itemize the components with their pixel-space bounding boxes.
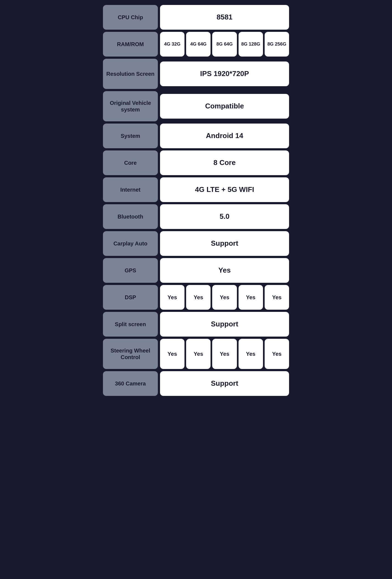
value-cell-resolution-0: IPS 1920*720P bbox=[160, 61, 289, 86]
value-cell-dsp-2: Yes bbox=[212, 285, 237, 310]
value-area-carplay: Support bbox=[160, 231, 289, 256]
label-text-camera360: 360 Camera bbox=[115, 380, 146, 387]
label-text-gps: GPS bbox=[125, 267, 136, 274]
value-area-split-screen: Support bbox=[160, 312, 289, 337]
value-text-ram-rom-2: 8G 64G bbox=[216, 41, 233, 47]
value-cell-dsp-3: Yes bbox=[239, 285, 263, 310]
value-area-resolution: IPS 1920*720P bbox=[160, 59, 289, 89]
label-cell-system: System bbox=[103, 124, 158, 148]
value-text-carplay-0: Support bbox=[211, 239, 238, 248]
value-text-resolution-0: IPS 1920*720P bbox=[200, 69, 249, 78]
value-cell-ram-rom-2: 8G 64G bbox=[212, 32, 237, 57]
table-row-split-screen: Split screenSupport bbox=[103, 312, 289, 337]
value-cell-steering-4: Yes bbox=[265, 339, 289, 369]
table-row-gps: GPSYes bbox=[103, 258, 289, 283]
label-cell-core: Core bbox=[103, 150, 158, 175]
table-row-cpu-chip: CPU Chip8581 bbox=[103, 5, 289, 30]
value-area-gps: Yes bbox=[160, 258, 289, 283]
value-text-dsp-3: Yes bbox=[246, 294, 255, 301]
value-area-cpu-chip: 8581 bbox=[160, 5, 289, 30]
value-text-dsp-1: Yes bbox=[194, 294, 203, 301]
label-cell-carplay: Carplay Auto bbox=[103, 231, 158, 256]
value-text-dsp-0: Yes bbox=[167, 294, 177, 301]
label-cell-gps: GPS bbox=[103, 258, 158, 283]
value-area-steering: YesYesYesYesYes bbox=[160, 339, 289, 369]
label-cell-original-vehicle: Original Vehicle system bbox=[103, 91, 158, 121]
value-area-internet: 4G LTE + 5G WIFI bbox=[160, 177, 289, 202]
value-text-dsp-4: Yes bbox=[272, 294, 281, 301]
label-cell-resolution: Resolution Screen bbox=[103, 59, 158, 89]
label-text-split-screen: Split screen bbox=[115, 321, 146, 328]
value-cell-ram-rom-4: 8G 256G bbox=[265, 32, 289, 57]
table-row-original-vehicle: Original Vehicle systemCompatible bbox=[103, 91, 289, 121]
value-text-cpu-chip-0: 8581 bbox=[217, 13, 233, 21]
value-area-system: Android 14 bbox=[160, 124, 289, 148]
value-cell-carplay-0: Support bbox=[160, 231, 289, 256]
value-text-core-0: 8 Core bbox=[214, 158, 236, 167]
value-cell-cpu-chip-0: 8581 bbox=[160, 5, 289, 30]
value-text-steering-3: Yes bbox=[246, 351, 255, 357]
value-cell-split-screen-0: Support bbox=[160, 312, 289, 337]
label-cell-bluetooth: Bluetooth bbox=[103, 204, 158, 229]
value-cell-steering-0: Yes bbox=[160, 339, 184, 369]
value-cell-steering-1: Yes bbox=[186, 339, 211, 369]
value-text-original-vehicle-0: Compatible bbox=[205, 102, 244, 110]
table-row-bluetooth: Bluetooth5.0 bbox=[103, 204, 289, 229]
label-text-ram-rom: RAM/ROM bbox=[117, 41, 144, 47]
table-row-carplay: Carplay AutoSupport bbox=[103, 231, 289, 256]
value-text-ram-rom-4: 8G 256G bbox=[267, 41, 286, 47]
value-area-camera360: Support bbox=[160, 371, 289, 396]
specs-table: CPU Chip8581RAM/ROM4G 32G4G 64G8G 64G8G … bbox=[103, 5, 289, 396]
value-text-ram-rom-0: 4G 32G bbox=[164, 41, 181, 47]
label-text-resolution: Resolution Screen bbox=[106, 71, 155, 77]
value-cell-core-0: 8 Core bbox=[160, 150, 289, 175]
value-cell-system-0: Android 14 bbox=[160, 124, 289, 148]
label-text-dsp: DSP bbox=[125, 294, 136, 301]
value-text-bluetooth-0: 5.0 bbox=[220, 212, 229, 221]
table-row-system: SystemAndroid 14 bbox=[103, 124, 289, 148]
value-cell-steering-3: Yes bbox=[239, 339, 263, 369]
value-cell-gps-0: Yes bbox=[160, 258, 289, 283]
value-cell-steering-2: Yes bbox=[212, 339, 237, 369]
table-row-camera360: 360 CameraSupport bbox=[103, 371, 289, 396]
value-text-system-0: Android 14 bbox=[206, 132, 243, 140]
table-row-steering: Steering Wheel ControlYesYesYesYesYes bbox=[103, 339, 289, 369]
value-cell-camera360-0: Support bbox=[160, 371, 289, 396]
value-text-steering-4: Yes bbox=[272, 351, 281, 357]
value-text-split-screen-0: Support bbox=[211, 320, 238, 328]
label-cell-internet: Internet bbox=[103, 177, 158, 202]
value-cell-dsp-1: Yes bbox=[186, 285, 211, 310]
label-cell-steering: Steering Wheel Control bbox=[103, 339, 158, 369]
value-cell-dsp-4: Yes bbox=[265, 285, 289, 310]
value-cell-bluetooth-0: 5.0 bbox=[160, 204, 289, 229]
value-area-original-vehicle: Compatible bbox=[160, 91, 289, 121]
value-text-internet-0: 4G LTE + 5G WIFI bbox=[195, 185, 254, 194]
label-text-original-vehicle: Original Vehicle system bbox=[106, 100, 155, 113]
value-text-camera360-0: Support bbox=[211, 379, 238, 388]
label-text-core: Core bbox=[124, 160, 137, 166]
value-cell-ram-rom-3: 8G 128G bbox=[239, 32, 263, 57]
value-area-core: 8 Core bbox=[160, 150, 289, 175]
value-area-bluetooth: 5.0 bbox=[160, 204, 289, 229]
value-cell-internet-0: 4G LTE + 5G WIFI bbox=[160, 177, 289, 202]
label-text-steering: Steering Wheel Control bbox=[106, 347, 155, 360]
label-cell-ram-rom: RAM/ROM bbox=[103, 32, 158, 57]
table-row-ram-rom: RAM/ROM4G 32G4G 64G8G 64G8G 128G8G 256G bbox=[103, 32, 289, 57]
value-cell-ram-rom-1: 4G 64G bbox=[186, 32, 211, 57]
label-text-internet: Internet bbox=[120, 186, 140, 193]
label-text-bluetooth: Bluetooth bbox=[117, 213, 143, 220]
label-text-cpu-chip: CPU Chip bbox=[118, 14, 143, 21]
label-cell-split-screen: Split screen bbox=[103, 312, 158, 337]
label-cell-cpu-chip: CPU Chip bbox=[103, 5, 158, 30]
label-text-carplay: Carplay Auto bbox=[113, 240, 147, 247]
value-text-ram-rom-3: 8G 128G bbox=[241, 41, 260, 47]
value-cell-dsp-0: Yes bbox=[160, 285, 184, 310]
value-text-steering-0: Yes bbox=[167, 351, 177, 357]
table-row-resolution: Resolution ScreenIPS 1920*720P bbox=[103, 59, 289, 89]
value-cell-ram-rom-0: 4G 32G bbox=[160, 32, 184, 57]
table-row-core: Core8 Core bbox=[103, 150, 289, 175]
value-cell-original-vehicle-0: Compatible bbox=[160, 94, 289, 119]
label-cell-dsp: DSP bbox=[103, 285, 158, 310]
table-row-dsp: DSPYesYesYesYesYes bbox=[103, 285, 289, 310]
value-text-dsp-2: Yes bbox=[220, 294, 229, 301]
